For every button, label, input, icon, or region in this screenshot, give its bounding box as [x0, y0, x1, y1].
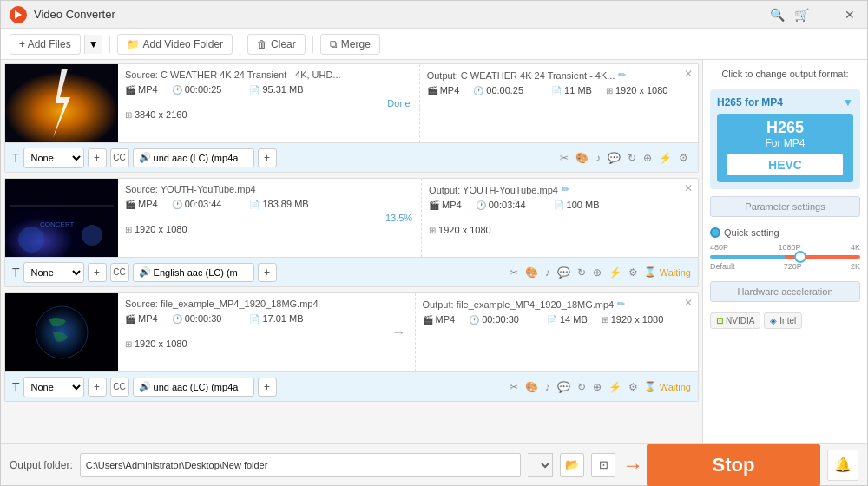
- video-icon: 🎬: [423, 315, 433, 325]
- output-path-input[interactable]: [80, 453, 521, 477]
- format-selector[interactable]: H265 for MP4 ▼ H265 For MP4 HEVC: [710, 89, 860, 189]
- add-files-dropdown[interactable]: ▼: [84, 35, 102, 54]
- subtitle-icon[interactable]: 💬: [555, 265, 573, 280]
- edit-icon[interactable]: ✏: [618, 69, 626, 81]
- intel-chip[interactable]: ◈ Intel: [764, 312, 802, 329]
- bottom-bar: Output folder: 📂 ⊡ → Stop 🔔: [1, 443, 867, 485]
- file-source-info: Source: C WEATHER 4K 24 Transient - 4K, …: [118, 64, 378, 142]
- add-audio-button[interactable]: +: [258, 263, 277, 282]
- add-audio-button[interactable]: +: [258, 148, 277, 167]
- settings-icon[interactable]: ⚙: [626, 265, 641, 280]
- settings-icon[interactable]: ⚙: [676, 150, 691, 166]
- source-resolution: ⊞ 1920 x 1080: [125, 224, 187, 234]
- search-btn[interactable]: 🔍: [768, 6, 786, 23]
- cut-icon[interactable]: ✂: [507, 265, 521, 280]
- file-item: Source: file_example_MP4_1920_18MG.mp4 🎬…: [4, 292, 699, 402]
- remove-file-button[interactable]: ✕: [681, 293, 698, 371]
- caption-button[interactable]: CC: [110, 263, 129, 282]
- output-details: 🎬 MP4 🕐 00:03:44 📄 100 MB: [429, 199, 674, 235]
- minimize-btn[interactable]: –: [817, 6, 834, 23]
- audio-edit-icon[interactable]: ♪: [542, 379, 553, 395]
- file-item-top: CONCERT Source: YOUTH-YouTube.mp4 🎬 MP4: [5, 179, 698, 257]
- add-effect-button[interactable]: +: [88, 263, 107, 282]
- watermark-icon[interactable]: ⊕: [590, 265, 604, 280]
- output-size: 📄 14 MB: [547, 314, 588, 325]
- caption-button[interactable]: CC: [110, 148, 129, 167]
- thumbnail: [5, 64, 118, 142]
- output-details: 🎬 MP4 🕐 00:00:25 📄 11 MB: [427, 84, 674, 96]
- folder-icon: 📁: [127, 38, 140, 50]
- alarm-button[interactable]: 🔔: [827, 450, 858, 481]
- output-size: 📄 11 MB: [551, 85, 592, 95]
- browse-folder-button[interactable]: 📂: [560, 453, 584, 477]
- rotate-icon[interactable]: ↻: [625, 150, 639, 166]
- output-size: 📄 100 MB: [554, 200, 600, 210]
- source-format: 🎬 MP4: [125, 199, 158, 209]
- cut-icon[interactable]: ✂: [507, 379, 521, 395]
- watermark-icon[interactable]: ⊕: [590, 379, 604, 395]
- cart-btn[interactable]: 🛒: [792, 6, 810, 23]
- main-content: Source: C WEATHER 4K 24 Transient - 4K, …: [1, 60, 867, 443]
- cut-icon[interactable]: ✂: [557, 150, 571, 166]
- settings-icon[interactable]: ⚙: [626, 379, 641, 395]
- remove-file-button[interactable]: ✕: [681, 179, 698, 257]
- source-duration: 🕐 00:03:44: [172, 199, 222, 209]
- stop-button[interactable]: Stop: [647, 444, 820, 486]
- caption-button[interactable]: CC: [110, 378, 129, 397]
- speed-icon[interactable]: ⚡: [656, 150, 674, 166]
- hw-accel-button[interactable]: Hardware acceleration: [710, 281, 860, 302]
- subtitle-icon[interactable]: 💬: [605, 150, 623, 166]
- audio-edit-icon[interactable]: ♪: [542, 265, 553, 280]
- filter-icon[interactable]: 🎨: [523, 379, 541, 395]
- output-resolution: ⊞ 1920 x 1080: [606, 85, 668, 95]
- close-btn[interactable]: ✕: [841, 6, 858, 23]
- watermark-icon[interactable]: ⊕: [641, 150, 654, 166]
- nvidia-chip[interactable]: ⊡ NVIDIA: [710, 312, 760, 329]
- subtitle-icon[interactable]: 💬: [555, 379, 573, 395]
- remove-file-button[interactable]: ✕: [681, 64, 698, 142]
- audio-select[interactable]: 🔊 und aac (LC) (mp4a: [133, 378, 254, 397]
- speed-icon[interactable]: ⚡: [606, 379, 624, 395]
- source-format: 🎬 MP4: [125, 313, 158, 324]
- filter-icon[interactable]: 🎨: [573, 150, 591, 166]
- source-resolution: ⊞ 3840 x 2160: [125, 109, 187, 120]
- video-icon: 🎬: [125, 85, 135, 95]
- clear-button[interactable]: 🗑 Clear: [247, 34, 306, 55]
- add-effect-button[interactable]: +: [88, 378, 107, 397]
- add-effect-button[interactable]: +: [88, 148, 107, 167]
- output-path-dropdown[interactable]: [528, 453, 553, 477]
- waiting-status: ⌛ Waiting: [644, 381, 691, 392]
- edit-icon[interactable]: ✏: [562, 184, 569, 195]
- file-controls: T None + CC 🔊 und aac (LC) (mp4a + ✂ 🎨 ♪…: [5, 142, 698, 172]
- effect-select[interactable]: None: [23, 377, 84, 397]
- audio-select[interactable]: 🔊 und aac (LC) (mp4a: [133, 148, 254, 167]
- edit-icon[interactable]: ✏: [617, 299, 625, 310]
- rotate-icon[interactable]: ↻: [575, 379, 589, 395]
- output-path: Output: file_example_MP4_1920_18MG.mp4 ✏: [423, 299, 674, 310]
- filter-icon[interactable]: 🎨: [523, 265, 541, 280]
- merge-icon: ⧉: [330, 38, 338, 50]
- audio-edit-icon[interactable]: ♪: [593, 150, 603, 166]
- param-settings-button[interactable]: Parameter settings: [710, 196, 860, 217]
- speed-icon[interactable]: ⚡: [606, 265, 624, 280]
- svg-point-5: [18, 227, 44, 253]
- right-panel: Click to change output format: H265 for …: [702, 60, 867, 443]
- quality-slider[interactable]: [710, 255, 860, 259]
- add-files-button[interactable]: + Add Files: [10, 34, 81, 55]
- app-icon: [10, 6, 27, 23]
- svg-text:CONCERT: CONCERT: [40, 220, 75, 228]
- merge-button[interactable]: ⧉ Merge: [320, 34, 380, 55]
- output-duration: 🕐 00:00:25: [473, 85, 523, 95]
- rotate-icon[interactable]: ↻: [575, 265, 589, 280]
- h265-label: H265: [726, 119, 845, 137]
- add-audio-button[interactable]: +: [258, 378, 277, 397]
- resolution-icon: ⊞: [429, 226, 436, 235]
- open-output-button[interactable]: ⊡: [591, 453, 615, 477]
- effect-select[interactable]: None: [23, 148, 84, 168]
- speaker-icon: 🔊: [139, 266, 151, 278]
- add-video-folder-button[interactable]: 📁 Add Video Folder: [117, 34, 233, 55]
- effect-select[interactable]: None: [23, 262, 84, 283]
- audio-select[interactable]: 🔊 English aac (LC) (m: [133, 263, 254, 282]
- output-folder-label: Output folder:: [10, 459, 73, 471]
- clock-icon: 🕐: [476, 200, 486, 210]
